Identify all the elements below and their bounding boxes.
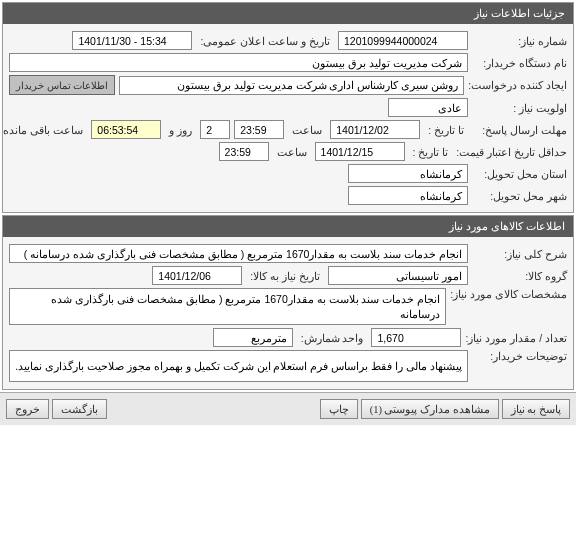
back-button[interactable]: بازگشت (52, 399, 107, 419)
group-field: امور تاسیساتی (328, 266, 468, 285)
unit-label: واحد شمارش: (297, 332, 368, 344)
buyer-field: شرکت مدیریت تولید برق بیستون (9, 53, 468, 72)
desc-field: انجام خدمات سند بلاست به مقدار1670 مترمر… (9, 244, 468, 263)
footer-toolbar: پاسخ به نیاز مشاهده مدارک پیوستی (1) چاپ… (0, 392, 576, 425)
unit-field: مترمربع (213, 328, 293, 347)
priority-label: اولویت نیاز : (472, 102, 567, 114)
days-field: 2 (200, 120, 230, 139)
goods-info-header: اطلاعات کالاهای مورد نیاز (3, 216, 573, 237)
validity-date-field: 1401/12/15 (315, 142, 405, 161)
notes-field: پیشنهاد مالی را فقط براساس فرم استعلام ا… (9, 350, 468, 382)
days-label: روز و (165, 124, 196, 136)
goods-info-panel: اطلاعات کالاهای مورد نیاز شرح کلی نیاز: … (2, 215, 574, 390)
attachments-button[interactable]: مشاهده مدارک پیوستی (1) (361, 399, 499, 419)
to-time-field: 23:59 (234, 120, 284, 139)
spec-label: مشخصات کالای مورد نیاز: (450, 288, 567, 300)
delivery-province-field: کرمانشاه (348, 164, 468, 183)
to-time-label: ساعت (288, 124, 326, 136)
exit-button[interactable]: خروج (6, 399, 49, 419)
need-info-header: جزئیات اطلاعات نیاز (3, 3, 573, 24)
delivery-city-label: شهر محل تحویل: (472, 190, 567, 202)
to-date-field: 1401/12/02 (330, 120, 420, 139)
validity-label: حداقل تاریخ اعتبار قیمت: (456, 146, 567, 158)
qty-label: تعداد / مقدار مورد نیاز: (465, 332, 567, 344)
qty-field: 1,670 (371, 328, 461, 347)
creator-label: ایجاد کننده درخواست: (468, 79, 567, 91)
creator-field: روشن سیری کارشناس اداری شرکت مدیریت تولی… (119, 76, 464, 95)
response-deadline-label: مهلت ارسال پاسخ: (472, 124, 567, 136)
desc-label: شرح کلی نیاز: (472, 248, 567, 260)
validity-to-date-label: تا تاریخ : (409, 146, 453, 158)
buyer-contact-button[interactable]: اطلاعات تماس خریدار (9, 75, 115, 95)
respond-button[interactable]: پاسخ به نیاز (502, 399, 570, 419)
spec-field: انجام خدمات سند بلاست به مقدار1670 مترمر… (9, 288, 446, 325)
to-date-label: تا تاریخ : (424, 124, 468, 136)
need-no-label: شماره نیاز: (472, 35, 567, 47)
notes-label: توضیحات خریدار: (472, 350, 567, 362)
buyer-label: نام دستگاه خریدار: (472, 57, 567, 69)
group-label: گروه کالا: (472, 270, 567, 282)
announce-label: تاریخ و ساعت اعلان عمومی: (196, 35, 334, 47)
need-info-panel: جزئیات اطلاعات نیاز شماره نیاز: 12010999… (2, 2, 574, 213)
delivery-province-label: استان محل تحویل: (472, 168, 567, 180)
priority-field: عادی (388, 98, 468, 117)
validity-time-field: 23:59 (219, 142, 269, 161)
delivery-city-field: کرمانشاه (348, 186, 468, 205)
validity-time-label: ساعت (273, 146, 311, 158)
announce-field: 1401/11/30 - 15:34 (72, 31, 192, 50)
need-date-label: تاریخ نیاز به کالا: (246, 270, 324, 282)
print-button[interactable]: چاپ (320, 399, 358, 419)
remaining-label: ساعت باقی مانده (0, 124, 87, 136)
countdown-field: 06:53:54 (91, 120, 161, 139)
need-date-field: 1401/12/06 (152, 266, 242, 285)
need-no-field: 1201099944000024 (338, 31, 468, 50)
